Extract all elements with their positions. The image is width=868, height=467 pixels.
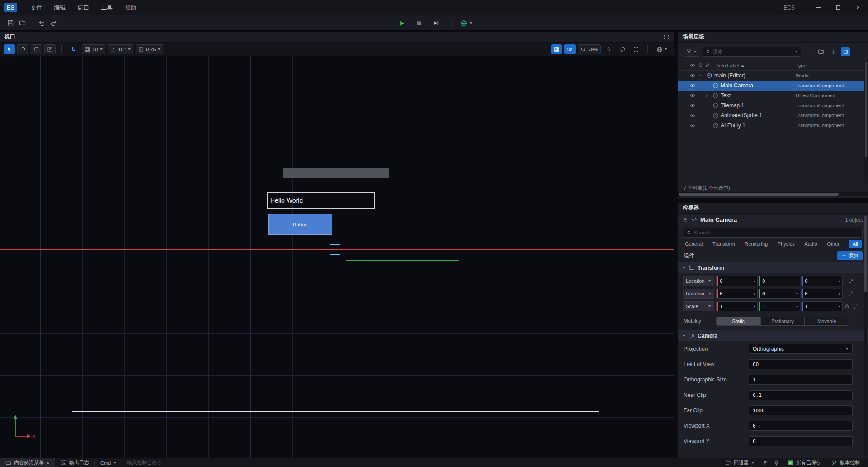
maximize-button[interactable] — [828, 0, 848, 15]
stop-button[interactable] — [413, 17, 425, 29]
menu-window[interactable]: 窗口 — [71, 0, 95, 15]
scale-y-input[interactable] — [762, 302, 794, 311]
rotation-z-input[interactable] — [805, 289, 836, 298]
location-y-field[interactable] — [759, 276, 800, 286]
version-control-button[interactable]: 版本控制 — [826, 459, 865, 466]
eye-icon[interactable] — [690, 63, 695, 68]
scrollbar-thumb[interactable] — [679, 193, 839, 196]
location-z-input[interactable] — [805, 276, 836, 286]
camera-section-header[interactable]: Camera — [678, 330, 868, 341]
hierarchy-row-tilemap[interactable]: Tilemap 1 TransformComponent — [678, 100, 868, 110]
hierarchy-settings-button[interactable] — [829, 47, 838, 56]
location-x-input[interactable] — [720, 276, 751, 286]
expand-panel-icon[interactable] — [664, 34, 669, 40]
gear-icon[interactable] — [691, 217, 697, 223]
tab-audio[interactable]: Audio — [804, 240, 818, 248]
voice-status[interactable] — [771, 460, 782, 466]
field-of-view-input[interactable]: 60 — [749, 359, 853, 369]
scale-z-field[interactable] — [801, 301, 843, 311]
column-item-label[interactable]: Item Label — [716, 63, 744, 68]
rollback-dropdown[interactable]: 回退器 — [720, 459, 760, 466]
visibility-eye-icon[interactable] — [690, 103, 695, 108]
hierarchy-search[interactable] — [703, 47, 801, 57]
hierarchy-search-input[interactable] — [713, 49, 793, 54]
tab-general[interactable]: General — [684, 240, 703, 248]
near-clip-input[interactable]: 0.1 — [749, 390, 853, 400]
add-component-button[interactable]: 添加 — [837, 251, 863, 260]
viewport-y-input[interactable]: 0 — [749, 436, 853, 446]
content-drawer-button[interactable]: 内容侧滑菜单 — [0, 458, 55, 467]
cmd-dropdown[interactable]: Cmd — [95, 458, 122, 467]
lock-icon[interactable] — [705, 63, 710, 68]
link-icon[interactable] — [848, 291, 854, 296]
expand-panel-icon[interactable] — [858, 205, 863, 211]
stats-button[interactable] — [603, 44, 615, 54]
scale-x-field[interactable] — [716, 301, 758, 311]
undo-button[interactable] — [36, 17, 47, 29]
minimize-button[interactable] — [808, 0, 828, 15]
console-command-input[interactable]: 输入控制台命令 — [122, 458, 167, 467]
rotation-dropdown[interactable]: Rotation — [683, 289, 714, 299]
column-type[interactable]: Type — [796, 63, 807, 68]
location-y-input[interactable] — [762, 276, 794, 286]
lock-icon[interactable] — [844, 304, 849, 309]
star-icon[interactable] — [698, 63, 703, 68]
zoom-control[interactable]: 79% — [578, 44, 601, 54]
hierarchy-row-animatedsprite[interactable]: AnimatedSprite 1 TransformComponent — [678, 110, 868, 120]
tab-rendering[interactable]: Rendering — [744, 240, 769, 248]
visibility-eye-icon[interactable] — [690, 113, 695, 118]
hierarchy-vertical-scrollbar[interactable] — [864, 61, 868, 184]
close-button[interactable] — [848, 0, 868, 15]
view-mode-dropdown[interactable] — [654, 44, 670, 54]
rotation-x-field[interactable] — [716, 289, 758, 299]
mobility-static[interactable]: Static — [717, 317, 760, 325]
fullscreen-button[interactable] — [631, 44, 642, 54]
link-icon[interactable] — [853, 304, 858, 309]
save-button[interactable] — [5, 17, 16, 29]
visibility-eye-icon[interactable] — [690, 93, 695, 98]
far-clip-input[interactable]: 1000 — [749, 405, 853, 415]
lock-icon[interactable] — [683, 217, 688, 223]
projection-select[interactable]: Orthographic — [749, 344, 853, 354]
location-x-field[interactable] — [716, 276, 758, 286]
hierarchy-row-main-camera[interactable]: Main Camera TransformComponent — [678, 81, 868, 91]
hierarchy-horizontal-scrollbar[interactable] — [678, 192, 868, 196]
menu-tools[interactable]: 工具 — [95, 0, 118, 15]
save-status[interactable]: 所有已保存 — [782, 459, 826, 466]
mobility-stationary[interactable]: Stationary — [760, 317, 805, 325]
snap-magnet-button[interactable] — [68, 44, 80, 54]
chevron-down-icon[interactable] — [698, 73, 703, 78]
scale-dropdown[interactable]: Scale — [683, 301, 714, 311]
panel-layout-button[interactable] — [841, 47, 850, 56]
network-status[interactable] — [760, 460, 771, 466]
reset-view-button[interactable] — [617, 44, 628, 54]
ui-slider[interactable] — [283, 168, 389, 178]
ui-text-field[interactable]: Hello World — [267, 192, 375, 209]
orthographic-size-input[interactable]: 1 — [749, 375, 853, 385]
rotation-z-field[interactable] — [801, 289, 843, 299]
tab-physics[interactable]: Physics — [777, 240, 796, 248]
filter-dropdown[interactable] — [684, 47, 699, 57]
rotation-y-input[interactable] — [762, 289, 794, 298]
tab-all[interactable]: All — [849, 240, 862, 248]
ui-button[interactable]: Button — [268, 214, 332, 235]
scrollbar-thumb[interactable] — [865, 62, 867, 157]
inspector-search[interactable] — [684, 228, 863, 238]
add-folder-button[interactable] — [816, 47, 826, 56]
visibility-eye-icon[interactable] — [690, 73, 695, 78]
rotation-x-input[interactable] — [720, 289, 751, 298]
add-entity-button[interactable] — [804, 47, 813, 56]
move-tool-button[interactable] — [17, 44, 28, 54]
expand-panel-icon[interactable] — [858, 34, 863, 40]
tab-other[interactable]: Other — [826, 240, 840, 248]
rotate-tool-button[interactable] — [31, 44, 42, 54]
hierarchy-row-ai-entity[interactable]: AI Entity 1 TransformComponent — [678, 120, 868, 130]
cursor-tool-button[interactable] — [4, 44, 15, 54]
inspector-vertical-scrollbar[interactable] — [864, 214, 867, 456]
tab-transform[interactable]: Transform — [712, 240, 736, 248]
viewport-x-input[interactable]: 0 — [749, 421, 853, 431]
output-log-button[interactable]: 输出日志 — [55, 458, 94, 467]
location-dropdown[interactable]: Location — [683, 276, 714, 286]
scale-snap-dropdown[interactable]: 0.25 — [136, 44, 163, 54]
rect-edit-tool-button[interactable] — [44, 44, 56, 54]
